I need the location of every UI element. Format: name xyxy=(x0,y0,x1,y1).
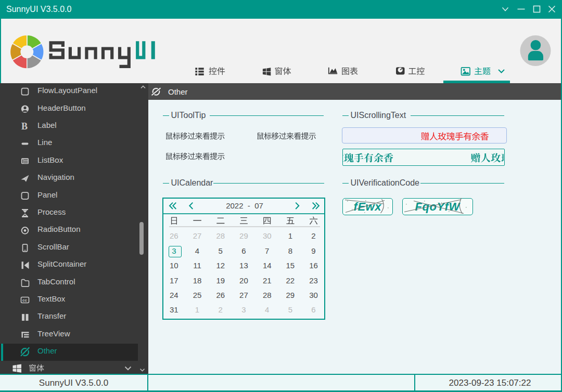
svg-text:cc: cc xyxy=(22,298,27,303)
svg-text:B: B xyxy=(21,121,28,132)
